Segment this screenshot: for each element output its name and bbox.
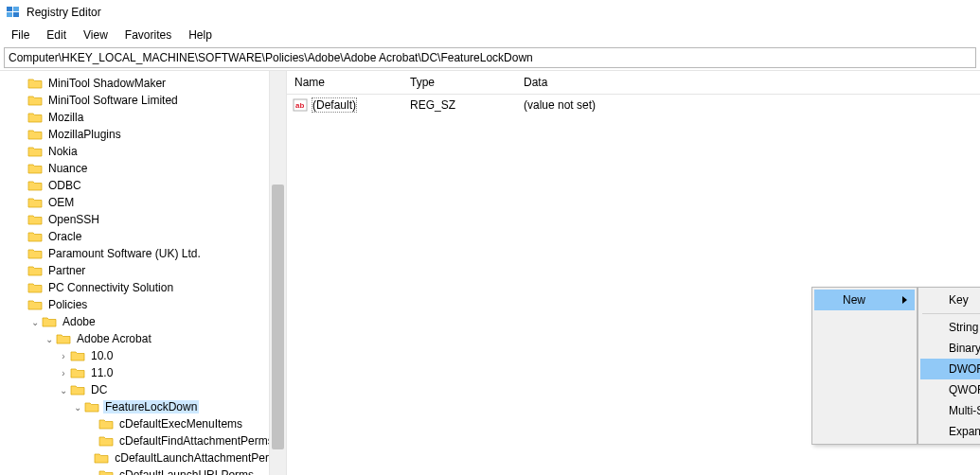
folder-icon (27, 298, 43, 311)
value-data: (value not set) (524, 98, 596, 112)
tree-item-label: OEM (46, 196, 76, 209)
folder-icon (98, 434, 114, 448)
menu-bar: File Edit View Favorites Help (0, 25, 980, 45)
tree-item[interactable]: cDefaultFindAttachmentPerms (0, 432, 286, 449)
folder-icon (27, 196, 43, 209)
tree-item[interactable]: cDefaultLaunchURLPerms (0, 466, 286, 475)
context-item[interactable]: QWORD (64-bit) Value (920, 379, 980, 400)
tree-item-label: PC Connectivity Solution (46, 281, 175, 294)
svg-rect-3 (13, 12, 19, 17)
svg-text:ab: ab (295, 101, 304, 110)
tree-item-label: Adobe Acrobat (75, 332, 153, 345)
tree-item-label: Adobe (61, 315, 98, 328)
tree-panel: MiniTool ShadowMakerMiniTool Software Li… (0, 71, 287, 475)
context-item[interactable]: DWORD (32-bit) Value (920, 359, 980, 379)
address-bar[interactable]: Computer\HKEY_LOCAL_MACHINE\SOFTWARE\Pol… (4, 47, 976, 68)
tree-item-label: FeatureLockDown (103, 400, 199, 413)
folder-icon (70, 349, 85, 362)
folder-icon (27, 213, 43, 226)
scrollbar-thumb[interactable] (272, 185, 284, 449)
context-submenu: KeyString ValueBinary ValueDWORD (32-bit… (918, 287, 980, 445)
tree-item[interactable]: PC Connectivity Solution (0, 279, 286, 296)
folder-icon (56, 332, 71, 345)
folder-icon (42, 315, 57, 328)
tree-item-label: DC (89, 383, 109, 396)
values-panel[interactable]: Name Type Data ab(Default)REG_SZ(value n… (287, 71, 980, 475)
tree-item[interactable]: ›11.0 (0, 364, 286, 381)
tree-item[interactable]: OEM (0, 194, 286, 211)
tree-item[interactable]: Oracle (0, 228, 286, 245)
folder-icon (27, 145, 43, 158)
folder-icon (27, 162, 43, 175)
menu-file[interactable]: File (4, 26, 37, 44)
context-item-new[interactable]: New (814, 290, 915, 310)
tree-item-label: Nuance (46, 162, 89, 175)
tree-item-label: 11.0 (89, 366, 115, 379)
folder-icon (27, 247, 43, 260)
tree-item[interactable]: ›10.0 (0, 347, 286, 364)
folder-icon (27, 179, 43, 192)
regedit-icon (6, 5, 21, 20)
tree-item[interactable]: Paramount Software (UK) Ltd. (0, 245, 286, 262)
tree-item[interactable]: ⌄DC (0, 381, 286, 398)
tree-item-label: Nokia (46, 145, 80, 158)
tree-item[interactable]: Mozilla (0, 109, 286, 126)
menu-help[interactable]: Help (181, 26, 220, 44)
folder-icon (94, 451, 109, 465)
context-item[interactable]: Multi-String Value (920, 400, 980, 421)
tree-item[interactable]: ⌄FeatureLockDown (0, 398, 286, 415)
context-item-label: Expandable String Value (949, 425, 980, 438)
tree-item[interactable]: Partner (0, 262, 286, 279)
col-name[interactable]: Name (294, 76, 410, 89)
tree-item-label: cDefaultLaunchAttachmentPerms (113, 451, 286, 465)
tree-item[interactable]: ⌄Adobe (0, 313, 286, 330)
tree-item[interactable]: MiniTool ShadowMaker (0, 75, 286, 92)
tree-item-label: MozillaPlugins (46, 128, 123, 141)
tree-item-label: OpenSSH (46, 213, 101, 226)
title-bar: Registry Editor (0, 0, 980, 25)
tree-item[interactable]: Nuance (0, 160, 286, 177)
menu-favorites[interactable]: Favorites (117, 26, 179, 44)
chevron-right-icon[interactable]: › (57, 368, 70, 378)
folder-icon (27, 94, 43, 107)
tree-item[interactable]: Nokia (0, 143, 286, 160)
chevron-down-icon[interactable]: ⌄ (43, 334, 56, 344)
context-menu: New KeyString ValueBinary ValueDWORD (32… (811, 287, 980, 445)
tree-item[interactable]: MiniTool Software Limited (0, 92, 286, 109)
tree-item-label: Oracle (46, 230, 83, 243)
chevron-down-icon[interactable]: ⌄ (28, 317, 42, 327)
tree-item-label: Partner (46, 264, 87, 277)
tree-item-label: Policies (46, 298, 89, 311)
tree-item[interactable]: Policies (0, 296, 286, 313)
svg-rect-2 (7, 12, 12, 17)
tree-item-label: cDefaultFindAttachmentPerms (117, 434, 276, 448)
col-data[interactable]: Data (524, 76, 980, 89)
tree-item-label: Mozilla (46, 111, 85, 124)
chevron-right-icon[interactable]: › (57, 351, 70, 361)
col-type[interactable]: Type (410, 76, 524, 89)
tree-item[interactable]: cDefaultLaunchAttachmentPerms (0, 449, 286, 466)
tree-item[interactable]: ⌄Adobe Acrobat (0, 330, 286, 347)
chevron-down-icon[interactable]: ⌄ (71, 402, 84, 413)
context-item-label: String Value (949, 321, 980, 334)
context-item[interactable]: Key (920, 290, 980, 310)
context-item[interactable]: Expandable String Value (920, 421, 980, 442)
context-item[interactable]: String Value (920, 317, 980, 338)
context-item-label: QWORD (64-bit) Value (949, 383, 980, 396)
tree-item[interactable]: ODBC (0, 177, 286, 194)
value-type: REG_SZ (410, 98, 524, 112)
menu-edit[interactable]: Edit (39, 26, 74, 44)
string-value-icon: ab (293, 97, 308, 113)
tree-item-label: MiniTool ShadowMaker (46, 77, 168, 90)
menu-view[interactable]: View (76, 26, 116, 44)
value-row[interactable]: ab(Default)REG_SZ(value not set) (293, 97, 980, 114)
context-item-label: Multi-String Value (949, 404, 980, 417)
folder-icon (70, 366, 85, 379)
tree-scrollbar[interactable] (269, 71, 286, 475)
context-item[interactable]: Binary Value (920, 338, 980, 359)
tree-item[interactable]: OpenSSH (0, 211, 286, 228)
tree-item[interactable]: cDefaultExecMenuItems (0, 415, 286, 432)
chevron-down-icon[interactable]: ⌄ (57, 385, 70, 396)
tree-item[interactable]: MozillaPlugins (0, 126, 286, 143)
context-parent-panel: New (811, 287, 918, 445)
